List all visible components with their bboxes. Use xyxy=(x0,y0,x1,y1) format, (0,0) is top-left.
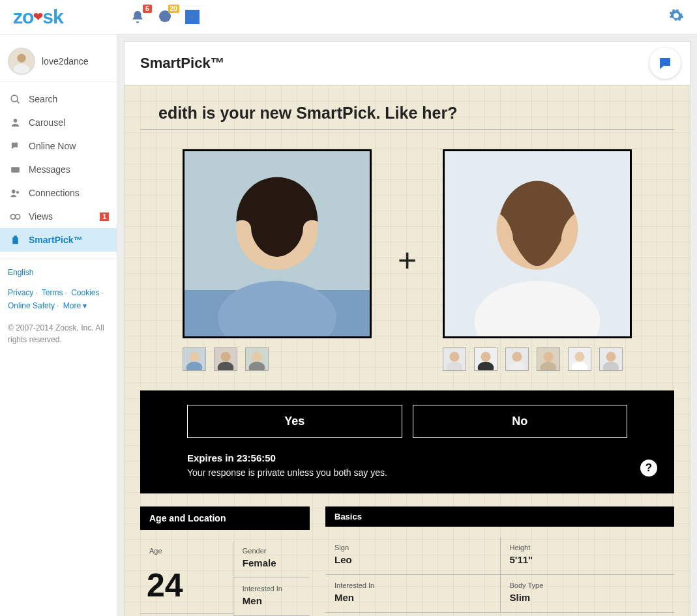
body-value: Slim xyxy=(510,592,666,603)
age-value: 24 xyxy=(140,557,233,614)
svg-line-5 xyxy=(16,100,19,103)
match-thumb[interactable] xyxy=(183,347,206,371)
boost-icon[interactable] xyxy=(183,8,201,26)
svg-point-35 xyxy=(512,352,522,362)
topbar: zo❤sk 6 20 xyxy=(0,0,697,35)
online-icon xyxy=(9,140,21,152)
svg-point-11 xyxy=(15,214,20,218)
expires-text: Expires in 23:56:50 xyxy=(187,452,627,463)
interested2-value: Men xyxy=(334,592,491,603)
help-icon[interactable]: ? xyxy=(640,460,657,477)
svg-point-38 xyxy=(544,352,554,362)
self-thumb[interactable] xyxy=(443,347,466,371)
username: love2dance xyxy=(42,56,89,66)
views-badge: 1 xyxy=(100,213,109,221)
user-profile-link[interactable]: love2dance xyxy=(0,41,117,82)
nav-connections[interactable]: Connections xyxy=(0,181,117,205)
chat-icon[interactable]: 20 xyxy=(156,8,174,26)
svg-point-4 xyxy=(11,95,18,102)
svg-point-23 xyxy=(252,352,261,362)
smartpick-icon xyxy=(9,234,21,246)
section-header-age: Age and Location xyxy=(140,506,310,530)
page-header: SmartPick™ xyxy=(124,41,690,85)
svg-point-2 xyxy=(17,54,25,63)
interested-value: Men xyxy=(243,595,301,606)
copyright: © 2007-2014 Zoosk, Inc. All rights reser… xyxy=(8,322,109,345)
match-photo-column xyxy=(183,149,372,371)
gender-value: Female xyxy=(243,557,301,568)
match-thumb[interactable] xyxy=(245,347,269,371)
sidebar: love2dance Search Carousel Online Now Me… xyxy=(0,35,117,616)
match-thumbs xyxy=(183,347,269,371)
brand-logo[interactable]: zo❤sk xyxy=(13,6,63,28)
settings-icon[interactable] xyxy=(668,8,684,26)
svg-point-32 xyxy=(481,352,491,362)
self-thumb[interactable] xyxy=(505,347,529,371)
self-thumb[interactable] xyxy=(568,347,591,371)
nav-views[interactable]: Views1 xyxy=(0,205,117,228)
smartpick-content: edith is your new SmartPick. Like her? + xyxy=(124,85,690,616)
connections-icon xyxy=(9,187,21,199)
safety-link[interactable]: Online Safety xyxy=(8,301,55,310)
sign-value: Leo xyxy=(334,554,491,565)
yes-button[interactable]: Yes xyxy=(187,405,402,438)
self-thumb[interactable] xyxy=(599,347,623,371)
photos-row: + xyxy=(125,130,690,390)
svg-point-10 xyxy=(10,214,15,218)
chat-badge: 20 xyxy=(168,5,179,13)
user-avatar xyxy=(8,48,35,75)
basics-section: Basics SignLeo Height5'11" Interested In… xyxy=(325,506,674,616)
svg-point-44 xyxy=(606,352,616,362)
privacy-note: Your response is private unless you both… xyxy=(187,467,627,478)
plus-icon: + xyxy=(398,241,417,279)
notif-badge: 6 xyxy=(143,5,152,13)
height-value: 5'11" xyxy=(510,554,666,565)
nav-carousel[interactable]: Carousel xyxy=(0,111,117,134)
nav-smartpick[interactable]: SmartPick™ xyxy=(0,228,117,252)
nav-online[interactable]: Online Now xyxy=(0,134,117,158)
messages-icon xyxy=(9,164,21,175)
svg-point-17 xyxy=(189,352,199,362)
smartpick-prompt: edith is your new SmartPick. Like her? xyxy=(140,85,674,130)
svg-point-9 xyxy=(16,190,18,193)
svg-point-29 xyxy=(450,352,460,362)
age-location-section: Age and Location Age 24 GenderFemale Int… xyxy=(140,506,310,616)
svg-point-6 xyxy=(13,119,17,123)
svg-point-8 xyxy=(11,189,15,193)
section-header-basics: Basics xyxy=(325,506,674,527)
svg-point-20 xyxy=(220,352,230,362)
no-button[interactable]: No xyxy=(413,405,628,438)
self-thumbs xyxy=(443,347,623,371)
action-box: Yes No Expires in 23:56:50 Your response… xyxy=(140,390,674,493)
svg-rect-7 xyxy=(11,167,20,173)
main-content: SmartPick™ edith is your new SmartPick. … xyxy=(117,35,697,616)
notifications-icon[interactable]: 6 xyxy=(128,8,147,26)
topbar-icons: 6 20 xyxy=(128,8,201,26)
profile-info: Age and Location Age 24 GenderFemale Int… xyxy=(125,506,690,616)
self-main-photo[interactable] xyxy=(443,149,632,338)
chat-button[interactable] xyxy=(649,48,681,79)
match-thumb[interactable] xyxy=(214,347,237,371)
self-thumb[interactable] xyxy=(474,347,497,371)
terms-link[interactable]: Terms xyxy=(42,288,63,297)
sidebar-footer: English Privacy· Terms· Cookies· Online … xyxy=(0,258,117,355)
nav-search[interactable]: Search xyxy=(0,87,117,111)
more-link[interactable]: More ▾ xyxy=(63,301,87,310)
cookies-link[interactable]: Cookies xyxy=(71,288,99,297)
carousel-icon xyxy=(9,117,21,128)
page-title: SmartPick™ xyxy=(140,55,225,71)
self-thumb[interactable] xyxy=(537,347,560,371)
search-icon xyxy=(9,93,21,105)
nav-messages[interactable]: Messages xyxy=(0,158,117,181)
match-main-photo[interactable] xyxy=(183,149,372,338)
self-photo-column xyxy=(443,149,632,371)
chevron-down-icon: ▾ xyxy=(83,301,87,310)
lang-link[interactable]: English xyxy=(8,268,33,277)
svg-point-41 xyxy=(575,352,585,362)
privacy-link[interactable]: Privacy xyxy=(8,288,33,297)
views-icon xyxy=(9,211,21,222)
